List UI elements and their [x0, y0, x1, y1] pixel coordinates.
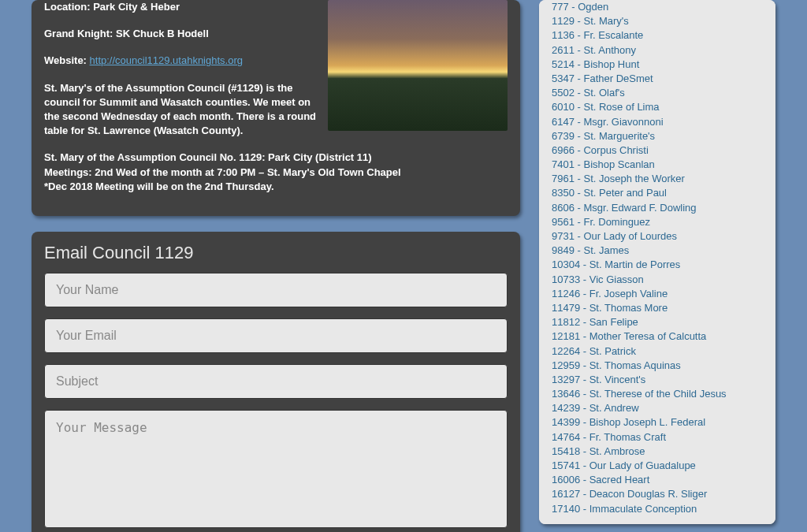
council-list-item: 16127 - Deacon Douglas R. Sliger: [552, 487, 763, 501]
council-link[interactable]: 7961 - St. Joseph the Worker: [552, 173, 685, 184]
council-list-item: 17140 - Immaculate Conception: [552, 502, 763, 516]
location-value: Park City & Heber: [93, 1, 180, 13]
grand-knight-label: Grand Knight:: [44, 28, 113, 39]
council-list-item: 5502 - St. Olaf's: [552, 86, 763, 100]
council-description-panel: Location: Park City & Heber Grand Knight…: [32, 0, 520, 216]
council-link[interactable]: 17140 - Immaculate Conception: [552, 503, 697, 515]
council-link[interactable]: 15741 - Our Lady of Guadalupe: [552, 459, 696, 471]
council-list-item: 777 - Ogden: [552, 0, 763, 14]
council-list-item: 6147 - Msgr. Giavonnoni: [552, 115, 763, 129]
council-list-item: 12959 - St. Thomas Aquinas: [552, 359, 763, 373]
council-list-item: 6010 - St. Rose of Lima: [552, 100, 763, 114]
council-link[interactable]: 777 - Ogden: [552, 1, 608, 13]
council-link[interactable]: 8350 - St. Peter and Paul: [552, 187, 667, 199]
your-email-input[interactable]: [44, 318, 508, 353]
council-link[interactable]: 5502 - St. Olaf's: [552, 87, 625, 99]
website-link[interactable]: http://council1129.utahknights.org: [90, 54, 243, 66]
council-link[interactable]: 1129 - St. Mary's: [552, 15, 629, 27]
council-link[interactable]: 15418 - St. Ambrose: [552, 445, 645, 457]
council-list-item: 13297 - St. Vincent's: [552, 373, 763, 387]
council-link[interactable]: 7401 - Bishop Scanlan: [552, 158, 655, 170]
council-list-item: 15418 - St. Ambrose: [552, 445, 763, 459]
email-form-heading: Email Council 1129: [32, 232, 520, 273]
location-label: Location:: [44, 1, 91, 13]
council-link[interactable]: 6739 - St. Marguerite's: [552, 130, 655, 142]
council-link[interactable]: 11812 - San Felipe: [552, 316, 638, 328]
council-link[interactable]: 5347 - Father DeSmet: [552, 73, 653, 84]
council-link[interactable]: 9849 - St. James: [552, 244, 629, 256]
meeting-line-3: *Dec 2018 Meeting will be on the 2nd Thu…: [44, 180, 508, 194]
council-link[interactable]: 9731 - Our Lady of Lourdes: [552, 230, 677, 242]
council-link[interactable]: 10733 - Vic Giasson: [552, 273, 644, 285]
council-link[interactable]: 12959 - St. Thomas Aquinas: [552, 359, 681, 371]
council-link[interactable]: 14764 - Fr. Thomas Craft: [552, 431, 666, 443]
council-link[interactable]: 16127 - Deacon Douglas R. Sliger: [552, 488, 707, 500]
council-link[interactable]: 1136 - Fr. Escalante: [552, 29, 643, 41]
council-link[interactable]: 10304 - St. Martin de Porres: [552, 259, 680, 270]
council-list-item: 8606 - Msgr. Edward F. Dowling: [552, 201, 763, 215]
council-link[interactable]: 16006 - Sacred Heart: [552, 474, 649, 485]
council-link[interactable]: 13297 - St. Vincent's: [552, 374, 645, 385]
grand-knight-value: SK Chuck B Hodell: [116, 28, 209, 39]
council-list-item: 11812 - San Felipe: [552, 315, 763, 329]
council-list-item: 14239 - St. Andrew: [552, 401, 763, 415]
council-list-item: 2611 - St. Anthony: [552, 43, 763, 58]
council-list-item: 14764 - Fr. Thomas Craft: [552, 430, 763, 445]
council-photo: [328, 0, 508, 131]
council-list-item: 16006 - Sacred Heart: [552, 473, 763, 487]
council-link[interactable]: 11479 - St. Thomas More: [552, 302, 668, 314]
council-link[interactable]: 5214 - Bishop Hunt: [552, 58, 639, 70]
your-name-input[interactable]: [44, 273, 508, 307]
council-link[interactable]: 9561 - Fr. Dominguez: [552, 216, 650, 228]
message-textarea[interactable]: [44, 410, 508, 528]
council-link[interactable]: 11246 - Fr. Joseph Valine: [552, 288, 668, 299]
council-link[interactable]: 12264 - St. Patrick: [552, 345, 636, 357]
councils-list: 777 - Ogden1129 - St. Mary's1136 - Fr. E…: [539, 0, 775, 524]
council-link[interactable]: 6010 - St. Rose of Lima: [552, 101, 660, 113]
council-list-item: 15741 - Our Lady of Guadalupe: [552, 459, 763, 473]
council-list-item: 12264 - St. Patrick: [552, 344, 763, 359]
meeting-line-2: Meetings: 2nd Wed of the month at 7:00 P…: [44, 166, 508, 180]
council-list-item: 11246 - Fr. Joseph Valine: [552, 287, 763, 301]
subject-input[interactable]: [44, 364, 508, 399]
council-list-item: 6739 - St. Marguerite's: [552, 129, 763, 143]
council-list-item: 9561 - Fr. Dominguez: [552, 215, 763, 229]
council-list-item: 12181 - Mother Teresa of Calcutta: [552, 329, 763, 344]
council-link[interactable]: 13646 - St. Therese of the Child Jesus: [552, 388, 727, 400]
council-link[interactable]: 14399 - Bishop Joseph L. Federal: [552, 416, 705, 428]
councils-list-panel: 777 - Ogden1129 - St. Mary's1136 - Fr. E…: [539, 0, 775, 524]
council-link[interactable]: 6966 - Corpus Christi: [552, 144, 649, 156]
council-list-item: 7401 - Bishop Scanlan: [552, 158, 763, 172]
council-list-item: 1136 - Fr. Escalante: [552, 28, 763, 43]
council-link[interactable]: 8606 - Msgr. Edward F. Dowling: [552, 202, 697, 214]
email-form-panel: Email Council 1129 I'm not a robot reCAP…: [32, 232, 520, 532]
council-list-item: 9849 - St. James: [552, 244, 763, 258]
council-list-item: 5214 - Bishop Hunt: [552, 58, 763, 72]
council-list-item: 10304 - St. Martin de Porres: [552, 258, 763, 272]
council-list-item: 7961 - St. Joseph the Worker: [552, 172, 763, 186]
council-list-item: 13646 - St. Therese of the Child Jesus: [552, 387, 763, 401]
council-link[interactable]: 2611 - St. Anthony: [552, 44, 636, 56]
council-list-item: 1129 - St. Mary's: [552, 14, 763, 28]
council-link[interactable]: 14239 - St. Andrew: [552, 402, 639, 414]
meeting-line-1: St. Mary of the Assumption Council No. 1…: [44, 151, 508, 165]
council-list-item: 6966 - Corpus Christi: [552, 143, 763, 158]
council-link[interactable]: 12181 - Mother Teresa of Calcutta: [552, 330, 706, 342]
council-list-item: 8350 - St. Peter and Paul: [552, 186, 763, 200]
council-list-item: 5347 - Father DeSmet: [552, 72, 763, 86]
council-list-item: 10733 - Vic Giasson: [552, 273, 763, 287]
council-list-item: 9731 - Our Lady of Lourdes: [552, 229, 763, 244]
website-label: Website:: [44, 54, 87, 66]
council-list-item: 11479 - St. Thomas More: [552, 301, 763, 315]
council-link[interactable]: 6147 - Msgr. Giavonnoni: [552, 116, 664, 128]
council-list-item: 14399 - Bishop Joseph L. Federal: [552, 415, 763, 430]
